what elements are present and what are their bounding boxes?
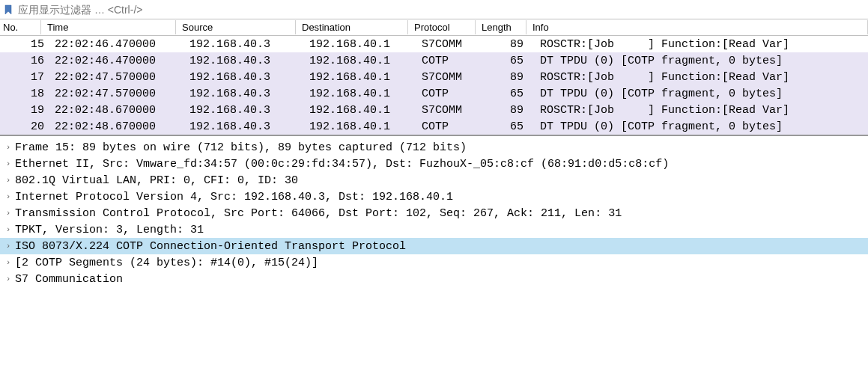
- packet-details-panel: ›Frame 15: 89 bytes on wire (712 bits), …: [0, 136, 868, 290]
- packet-row[interactable]: 1722:02:47.570000192.168.40.3192.168.40.…: [0, 69, 868, 85]
- cell-no: 15: [7, 38, 49, 51]
- protocol-tree-item[interactable]: ›TPKT, Version: 3, Length: 31: [0, 221, 868, 238]
- packet-row[interactable]: 1822:02:47.570000192.168.40.3192.168.40.…: [0, 85, 868, 102]
- protocol-tree-item[interactable]: ›Internet Protocol Version 4, Src: 192.1…: [0, 188, 868, 205]
- col-header-destination[interactable]: Destination: [296, 20, 408, 34]
- cell-protocol: S7COMM: [416, 71, 483, 84]
- cell-length: 65: [483, 55, 534, 67]
- cell-destination: 192.168.40.1: [303, 55, 416, 67]
- protocol-tree-label: Internet Protocol Version 4, Src: 192.16…: [15, 191, 453, 203]
- cell-time: 22:02:48.670000: [49, 120, 183, 133]
- protocol-tree-item[interactable]: ›S7 Communication: [0, 271, 868, 287]
- packet-row[interactable]: 1522:02:46.470000192.168.40.3192.168.40.…: [0, 36, 868, 52]
- col-header-no[interactable]: No.: [0, 20, 41, 34]
- filter-bar: [0, 0, 868, 19]
- display-filter-input[interactable]: [18, 4, 865, 16]
- cell-source: 192.168.40.3: [183, 38, 303, 51]
- col-header-source[interactable]: Source: [176, 20, 296, 34]
- cell-source: 192.168.40.3: [183, 120, 303, 133]
- protocol-tree-item[interactable]: ›802.1Q Virtual LAN, PRI: 0, CFI: 0, ID:…: [0, 172, 868, 188]
- cell-protocol: COTP: [416, 55, 483, 67]
- cell-length: 65: [483, 120, 534, 133]
- cell-no: 16: [7, 55, 49, 67]
- packet-list: No. Time Source Destination Protocol Len…: [0, 19, 868, 136]
- chevron-right-icon[interactable]: ›: [3, 258, 13, 267]
- cell-info: DT TPDU (0) [COTP fragment, 0 bytes]: [534, 120, 868, 133]
- cell-protocol: COTP: [416, 120, 483, 133]
- cell-length: 89: [483, 104, 534, 117]
- chevron-right-icon[interactable]: ›: [3, 192, 13, 201]
- chevron-right-icon[interactable]: ›: [3, 143, 13, 152]
- cell-time: 22:02:48.670000: [49, 104, 183, 117]
- protocol-tree-label: Ethernet II, Src: Vmware_fd:34:57 (00:0c…: [15, 158, 669, 171]
- chevron-right-icon[interactable]: ›: [3, 275, 13, 283]
- cell-no: 19: [7, 104, 49, 117]
- packet-row[interactable]: 1622:02:46.470000192.168.40.3192.168.40.…: [0, 52, 868, 69]
- cell-info: DT TPDU (0) [COTP fragment, 0 bytes]: [534, 55, 868, 67]
- cell-info: ROSCTR:[Job ] Function:[Read Var]: [534, 38, 868, 51]
- protocol-tree-label: [2 COTP Segments (24 bytes): #14(0), #15…: [15, 257, 318, 269]
- chevron-right-icon[interactable]: ›: [3, 209, 13, 218]
- cell-source: 192.168.40.3: [183, 55, 303, 67]
- protocol-tree-label: Frame 15: 89 bytes on wire (712 bits), 8…: [15, 141, 467, 154]
- packet-row[interactable]: 1922:02:48.670000192.168.40.3192.168.40.…: [0, 102, 868, 118]
- chevron-right-icon[interactable]: ›: [3, 225, 13, 234]
- col-header-info[interactable]: Info: [526, 20, 868, 34]
- cell-source: 192.168.40.3: [183, 104, 303, 117]
- protocol-tree-label: Transmission Control Protocol, Src Port:…: [15, 207, 622, 220]
- cell-length: 89: [483, 71, 534, 84]
- cell-info: ROSCTR:[Job ] Function:[Read Var]: [534, 71, 868, 84]
- protocol-tree-label: S7 Communication: [15, 273, 123, 286]
- cell-destination: 192.168.40.1: [303, 104, 416, 117]
- cell-source: 192.168.40.3: [183, 71, 303, 84]
- protocol-tree-item[interactable]: ›Transmission Control Protocol, Src Port…: [0, 205, 868, 221]
- chevron-right-icon[interactable]: ›: [3, 242, 13, 251]
- cell-no: 18: [7, 88, 49, 100]
- cell-no: 20: [7, 120, 49, 133]
- protocol-tree-label: 802.1Q Virtual LAN, PRI: 0, CFI: 0, ID: …: [15, 174, 298, 187]
- protocol-tree-item[interactable]: ›Ethernet II, Src: Vmware_fd:34:57 (00:0…: [0, 156, 868, 172]
- cell-protocol: S7COMM: [416, 38, 483, 51]
- cell-time: 22:02:46.470000: [49, 38, 183, 51]
- col-header-length[interactable]: Length: [476, 20, 526, 34]
- cell-length: 65: [483, 88, 534, 100]
- cell-no: 17: [7, 71, 49, 84]
- cell-info: ROSCTR:[Job ] Function:[Read Var]: [534, 104, 868, 117]
- bookmark-icon[interactable]: [3, 4, 13, 15]
- packet-row[interactable]: 2022:02:48.670000192.168.40.3192.168.40.…: [0, 118, 868, 135]
- cell-info: DT TPDU (0) [COTP fragment, 0 bytes]: [534, 88, 868, 100]
- protocol-tree-item[interactable]: ›Frame 15: 89 bytes on wire (712 bits), …: [0, 139, 868, 156]
- protocol-tree-item[interactable]: ›[2 COTP Segments (24 bytes): #14(0), #1…: [0, 254, 868, 271]
- chevron-right-icon[interactable]: ›: [3, 176, 13, 185]
- cell-destination: 192.168.40.1: [303, 38, 416, 51]
- packet-list-header: No. Time Source Destination Protocol Len…: [0, 19, 868, 36]
- cell-source: 192.168.40.3: [183, 88, 303, 100]
- cell-protocol: COTP: [416, 88, 483, 100]
- cell-protocol: S7COMM: [416, 104, 483, 117]
- protocol-tree-label: TPKT, Version: 3, Length: 31: [15, 224, 204, 236]
- cell-time: 22:02:47.570000: [49, 88, 183, 100]
- cell-length: 89: [483, 38, 534, 51]
- cell-time: 22:02:47.570000: [49, 71, 183, 84]
- col-header-time[interactable]: Time: [41, 20, 176, 34]
- protocol-tree-item[interactable]: ›ISO 8073/X.224 COTP Connection-Oriented…: [0, 238, 868, 254]
- cell-destination: 192.168.40.1: [303, 88, 416, 100]
- protocol-tree-label: ISO 8073/X.224 COTP Connection-Oriented …: [15, 240, 406, 253]
- chevron-right-icon[interactable]: ›: [3, 159, 13, 168]
- cell-destination: 192.168.40.1: [303, 120, 416, 133]
- cell-time: 22:02:46.470000: [49, 55, 183, 67]
- col-header-protocol[interactable]: Protocol: [408, 20, 476, 34]
- cell-destination: 192.168.40.1: [303, 71, 416, 84]
